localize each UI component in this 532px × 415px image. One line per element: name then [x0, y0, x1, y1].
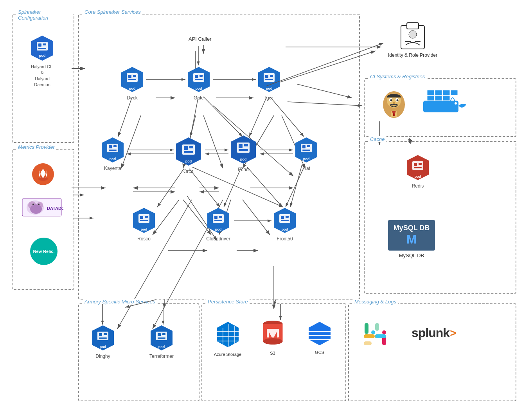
- terraformer-label: Terraformer: [149, 354, 174, 359]
- redis-pod: pod Redis: [404, 153, 432, 189]
- svg-rect-89: [219, 216, 222, 218]
- svg-line-115: [189, 169, 220, 207]
- rosco-pod: pod Rosco: [130, 206, 158, 242]
- svg-point-138: [397, 99, 399, 101]
- svg-rect-162: [414, 167, 422, 168]
- svg-line-103: [118, 97, 132, 137]
- svg-line-104: [191, 97, 198, 137]
- svg-line-116: [224, 167, 241, 207]
- cache-box: Cache pod Redis MySQL DB M MySQL DB: [364, 141, 516, 294]
- svg-rect-174: [162, 333, 165, 335]
- svg-text:pod: pod: [39, 54, 46, 58]
- spinnaker-config-box: Spinnaker Configuration pod Halyard CLI …: [12, 14, 74, 143]
- svg-text:pod: pod: [415, 175, 421, 179]
- diagram-container: Spinnaker Configuration pod Halyard CLI …: [0, 0, 532, 415]
- svg-text:pod: pod: [282, 227, 288, 231]
- messaging-box: Messaging & Logs: [348, 303, 516, 401]
- dinghy-pod: pod Dinghy: [89, 324, 117, 359]
- svg-text:pod: pod: [303, 157, 310, 161]
- azure-storage-icon: Azure Storage: [210, 320, 245, 357]
- svg-rect-72: [239, 149, 248, 151]
- core-spinnaker-label: Core Spinnaker Services: [83, 9, 142, 15]
- prometheus-icon: [32, 163, 54, 185]
- svg-rect-168: [104, 333, 107, 335]
- deck-pod: pod Deck: [118, 65, 146, 101]
- svg-rect-147: [427, 90, 434, 95]
- kayenta-label: Kayenta: [104, 166, 121, 171]
- fiat-label: Fiat: [302, 166, 310, 171]
- svg-rect-155: [405, 41, 411, 42]
- svg-point-127: [30, 204, 42, 214]
- svg-line-117: [247, 167, 282, 207]
- echo-pod: pod Echo: [228, 134, 259, 172]
- api-caller-label: API Caller: [189, 36, 212, 42]
- svg-rect-199: [364, 334, 375, 338]
- persistence-label: Persistence Store: [206, 299, 250, 305]
- ci-systems-label: CI Systems & Registries: [368, 74, 426, 79]
- svg-rect-167: [99, 333, 102, 336]
- new-relic-icon: New Relic.: [30, 238, 58, 265]
- clouddriver-pod: pod Clouddriver: [204, 206, 232, 242]
- echo-label: Echo: [238, 167, 248, 172]
- svg-rect-205: [375, 323, 379, 331]
- datadog-icon: DATADOG: [20, 197, 63, 220]
- redis-label: Redis: [412, 183, 424, 189]
- svg-rect-175: [158, 337, 165, 339]
- svg-rect-46: [195, 75, 198, 78]
- svg-rect-83: [145, 216, 148, 218]
- svg-rect-144: [427, 96, 434, 101]
- svg-line-107: [249, 97, 267, 137]
- svg-rect-161: [419, 163, 422, 165]
- s3-icon: S3: [257, 318, 288, 355]
- svg-rect-71: [244, 144, 248, 146]
- svg-line-121: [286, 165, 305, 207]
- orca-pod: pod Orca: [173, 136, 204, 174]
- jenkins-icon: [380, 89, 408, 122]
- persistence-box: Persistence Store Azure Storage: [201, 303, 346, 401]
- svg-rect-203: [375, 334, 386, 338]
- svg-rect-156: [415, 41, 421, 42]
- igor-label: Igor: [265, 95, 273, 101]
- svg-rect-160: [414, 163, 417, 166]
- svg-rect-40: [128, 75, 131, 78]
- svg-text:DATADOG: DATADOG: [47, 206, 63, 211]
- svg-rect-143: [423, 101, 458, 112]
- svg-rect-77: [307, 145, 310, 147]
- svg-rect-189: [267, 329, 279, 337]
- svg-rect-95: [286, 216, 289, 218]
- svg-text:pod: pod: [266, 87, 273, 90]
- gate-pod: pod Gate: [185, 65, 213, 101]
- orca-label: Orca: [183, 169, 194, 174]
- svg-rect-206: [364, 341, 372, 345]
- svg-line-106: [270, 97, 304, 137]
- svg-text:pod: pod: [129, 87, 136, 90]
- svg-line-114: [157, 169, 184, 207]
- svg-rect-42: [128, 79, 136, 80]
- svg-rect-150: [451, 90, 458, 95]
- svg-rect-145: [435, 96, 442, 101]
- svg-rect-76: [302, 145, 306, 148]
- svg-text:pod: pod: [158, 345, 165, 349]
- halyard-pod: pod Halyard CLI & Halyard Daemon: [28, 34, 56, 88]
- svg-rect-197: [365, 323, 368, 334]
- svg-rect-35: [38, 48, 46, 49]
- fiat-pod: pod Fiat: [292, 136, 320, 171]
- ci-systems-box: CI Systems & Registries: [364, 78, 516, 137]
- svg-rect-41: [133, 75, 136, 77]
- svg-rect-65: [189, 146, 193, 148]
- svg-text:pod: pod: [215, 227, 222, 231]
- svg-rect-33: [38, 43, 41, 47]
- identity-provider: Identity & Role Provider: [383, 20, 442, 58]
- svg-line-120: [290, 165, 302, 207]
- terraformer-pod: pod Terraformer: [147, 324, 176, 359]
- svg-rect-82: [140, 216, 143, 219]
- svg-rect-47: [200, 75, 203, 77]
- svg-text:pod: pod: [240, 157, 247, 161]
- svg-point-202: [382, 330, 386, 334]
- svg-rect-78: [302, 150, 310, 151]
- armory-micro-label: Armory Specific Micro-Services: [83, 299, 157, 305]
- svg-point-139: [393, 102, 395, 104]
- halyard-label: Halyard CLI & Halyard Daemon: [31, 64, 54, 88]
- mysql-icon: MySQL DB M MySQL DB: [388, 220, 435, 258]
- svg-point-151: [455, 102, 457, 105]
